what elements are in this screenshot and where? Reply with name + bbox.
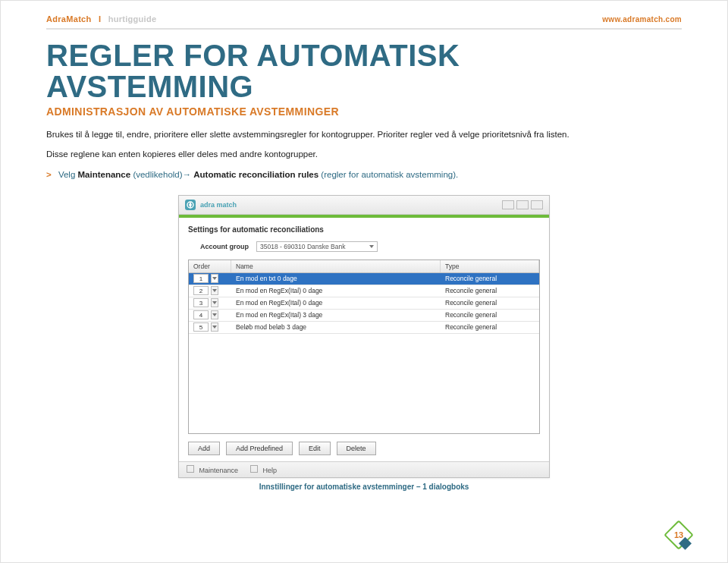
brand-name: AdraMatch xyxy=(46,14,92,24)
order-dropdown-icon[interactable] xyxy=(211,298,218,307)
rule-name: En mod en RegEx(Ital) 3 dage xyxy=(231,311,441,319)
account-group-row: Account group 35018 - 690310 Danske Bank xyxy=(179,237,549,259)
rule-name: En mod en RegEx(Ital) 0 dage xyxy=(231,299,441,307)
instr-prefix: Velg xyxy=(58,170,78,179)
chevron-down-icon xyxy=(369,245,374,248)
rule-type: Reconcile general xyxy=(441,323,539,331)
screenshot-container: adra match Settings for automatic reconc… xyxy=(46,195,682,478)
grid-header: Order Name Type xyxy=(189,260,539,273)
add-predefined-button[interactable]: Add Predefined xyxy=(226,442,293,455)
table-row[interactable]: 1En mod en txt 0 dageReconcile general xyxy=(189,273,539,285)
title-line-1: REGLER FOR AUTOMATISK xyxy=(46,39,460,72)
edit-button[interactable]: Edit xyxy=(299,442,331,455)
settings-title: Settings for automatic reconciliations xyxy=(179,218,549,237)
window-minimize-button[interactable] xyxy=(502,200,514,209)
body-paragraph-2: Disse reglene kan enten kopieres eller d… xyxy=(46,148,682,161)
page-header: AdraMatch I hurtigguide www.adramatch.co… xyxy=(1,1,727,28)
title-line-2: AVSTEMMING xyxy=(46,70,253,103)
doc-type: hurtigguide xyxy=(108,14,157,24)
table-row[interactable]: 4En mod en RegEx(Ital) 3 dageReconcile g… xyxy=(189,310,539,322)
order-cell: 1 xyxy=(189,274,231,283)
header-divider xyxy=(46,28,682,30)
rules-grid: Order Name Type 1En mod en txt 0 dageRec… xyxy=(188,259,540,434)
window-close-button[interactable] xyxy=(531,200,543,209)
window-button-row: Add Add Predefined Edit Delete xyxy=(179,434,549,461)
app-logo-icon xyxy=(185,200,196,210)
order-cell: 5 xyxy=(189,322,231,332)
page-title: REGLER FOR AUTOMATISK AVSTEMMING xyxy=(46,40,682,102)
window-titlebar: adra match xyxy=(179,196,549,215)
order-value[interactable]: 1 xyxy=(193,274,209,283)
window-statusbar: Maintenance Help xyxy=(179,461,549,477)
order-cell: 3 xyxy=(189,298,231,307)
order-value[interactable]: 3 xyxy=(193,298,209,307)
order-dropdown-icon[interactable] xyxy=(211,322,218,332)
order-dropdown-icon[interactable] xyxy=(211,274,218,283)
col-order[interactable]: Order xyxy=(189,260,231,272)
brand-separator: I xyxy=(99,14,101,24)
page-subtitle: ADMINISTRASJON AV AUTOMATISKE AVSTEMMING… xyxy=(46,105,682,118)
order-dropdown-icon[interactable] xyxy=(211,286,218,295)
order-value[interactable]: 5 xyxy=(193,322,209,332)
settings-window: adra match Settings for automatic reconc… xyxy=(178,195,550,478)
order-value[interactable]: 2 xyxy=(193,286,209,295)
figure-caption: Innstillinger for automatiske avstemming… xyxy=(46,483,682,491)
account-group-select[interactable]: 35018 - 690310 Danske Bank xyxy=(256,241,378,252)
brand-block: AdraMatch I hurtigguide xyxy=(46,14,156,24)
order-cell: 4 xyxy=(189,310,231,319)
instr-mid-1: (vedlikehold)→ xyxy=(133,170,193,179)
rule-type: Reconcile general xyxy=(441,299,539,307)
order-dropdown-icon[interactable] xyxy=(211,310,218,319)
rule-type: Reconcile general xyxy=(441,275,539,282)
site-url: www.adramatch.com xyxy=(602,15,682,24)
page-diamond-icon: 13 xyxy=(664,520,694,550)
rule-name: En mod en RegEx(Ital) 0 dage xyxy=(231,287,441,294)
order-cell: 2 xyxy=(189,286,231,295)
rule-type: Reconcile general xyxy=(441,311,539,319)
body-paragraph-1: Brukes til å legge til, endre, prioriter… xyxy=(46,128,682,141)
account-group-value: 35018 - 690310 Danske Bank xyxy=(260,243,345,250)
table-row[interactable]: 5Beløb mod beløb 3 dageReconcile general xyxy=(189,322,539,334)
maintenance-icon xyxy=(187,465,194,473)
rule-type: Reconcile general xyxy=(441,287,539,294)
status-maintenance[interactable]: Maintenance xyxy=(187,465,238,474)
delete-button[interactable]: Delete xyxy=(337,442,376,455)
instr-bold-1: Maintenance xyxy=(78,170,131,179)
account-group-label: Account group xyxy=(200,243,249,250)
table-row[interactable]: 2En mod en RegEx(Ital) 0 dageReconcile g… xyxy=(189,285,539,297)
instruction-line: > Velg Maintenance (vedlikehold)→ Automa… xyxy=(46,168,682,181)
chevron-right-icon: > xyxy=(46,170,52,179)
col-type[interactable]: Type xyxy=(441,260,539,272)
instr-bold-2: Automatic reconciliation rules xyxy=(193,170,318,179)
window-maximize-button[interactable] xyxy=(516,200,529,209)
table-row[interactable]: 3En mod en RegEx(Ital) 0 dageReconcile g… xyxy=(189,297,539,310)
status-help[interactable]: Help xyxy=(250,465,277,474)
rule-name: En mod en txt 0 dage xyxy=(231,275,441,282)
window-brand: adra match xyxy=(200,201,237,209)
col-name[interactable]: Name xyxy=(231,260,441,272)
rule-name: Beløb mod beløb 3 dage xyxy=(231,323,441,331)
add-button[interactable]: Add xyxy=(188,442,220,455)
order-value[interactable]: 4 xyxy=(193,310,209,319)
help-icon xyxy=(250,465,258,473)
instr-mid-2: (regler for automatisk avstemming). xyxy=(321,170,458,179)
page-number: 13 xyxy=(674,530,683,539)
page-number-badge: 13 xyxy=(668,524,689,546)
